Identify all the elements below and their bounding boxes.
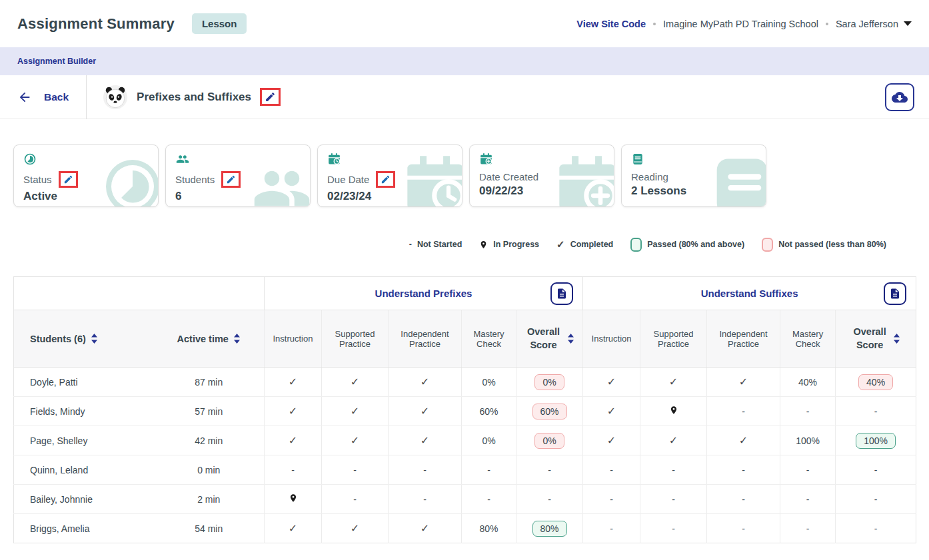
suffixes-independent-practice-cell: - bbox=[707, 397, 780, 426]
group-label: Understand Suffixes bbox=[701, 288, 798, 299]
students-card-label: Students bbox=[175, 174, 215, 185]
not-started-dash: - bbox=[806, 494, 810, 505]
prefixes-supported-practice-cell: ✓ bbox=[322, 426, 389, 455]
suffixes-supported-practice-cell: - bbox=[640, 455, 707, 485]
group-header-corner bbox=[14, 277, 265, 310]
suffixes-independent-practice-cell: ✓ bbox=[707, 368, 780, 397]
overall-score-header-label: Overall Score bbox=[851, 326, 888, 352]
completed-check-icon: ✓ bbox=[607, 406, 616, 417]
not-started-dash: - bbox=[548, 494, 551, 505]
edit-status-button[interactable] bbox=[63, 174, 73, 184]
prefixes-instruction-cell bbox=[265, 485, 322, 514]
sort-active-time-icon[interactable] bbox=[233, 334, 241, 344]
suffixes-instruction-cell: ✓ bbox=[583, 426, 640, 455]
overall-score-badge: 100% bbox=[856, 433, 896, 449]
completed-check-icon: ✓ bbox=[669, 376, 678, 388]
suffixes-instruction-cell: - bbox=[583, 514, 640, 543]
back-button[interactable]: Back bbox=[0, 75, 86, 119]
group-header-row: Understand Prefixes Understand Suffixes bbox=[14, 277, 916, 310]
student-name: Briggs, Amelia bbox=[14, 514, 154, 543]
completed-check-icon: ✓ bbox=[351, 523, 359, 534]
lesson-type-badge: Lesson bbox=[192, 13, 247, 34]
suffixes-instruction-cell: - bbox=[583, 455, 640, 485]
group-label: Understand Prefixes bbox=[375, 288, 472, 299]
prefixes-supported-practice-cell: - bbox=[322, 485, 389, 514]
not-started-dash: - bbox=[806, 406, 810, 417]
breadcrumb-assignment-builder[interactable]: Assignment Builder bbox=[17, 57, 96, 66]
edit-due-date-button[interactable] bbox=[381, 174, 391, 184]
suffixes-instruction-cell: ✓ bbox=[583, 368, 640, 397]
column-header-row: Students (6) Active time Instruction Sup… bbox=[14, 310, 916, 368]
prefixes-report-button[interactable] bbox=[550, 282, 573, 305]
active-time-column-header: Active time bbox=[154, 310, 265, 368]
prefixes-mastery-check-cell: 80% bbox=[462, 514, 516, 543]
students-card-value: 6 bbox=[175, 190, 301, 203]
table-row: Quinn, Leland0 min---------- bbox=[14, 455, 916, 485]
calendar-clock-icon bbox=[327, 152, 341, 166]
due-date-card-label: Due Date bbox=[327, 174, 369, 185]
pencil-icon bbox=[226, 174, 236, 184]
user-menu[interactable]: Sara Jefferson bbox=[836, 19, 912, 29]
download-report-button[interactable] bbox=[885, 83, 914, 111]
prefixes-independent-practice-cell: - bbox=[389, 485, 462, 514]
suffixes-supported-practice-cell: ✓ bbox=[640, 426, 707, 455]
prefixes-instruction-header: Instruction bbox=[265, 310, 322, 368]
table-row: Bailey, Johnnie2 min--------- bbox=[14, 485, 916, 514]
sort-students-icon[interactable] bbox=[91, 334, 98, 344]
prefixes-instruction-cell: ✓ bbox=[265, 426, 322, 455]
active-time: 57 min bbox=[154, 397, 265, 426]
due-date-card-value: 02/23/24 bbox=[327, 190, 453, 203]
table-row: Page, Shelley42 min✓✓✓0%0%✓✓✓100%100% bbox=[14, 426, 916, 455]
completed-check-icon: ✓ bbox=[607, 435, 616, 446]
suffixes-instruction-cell: ✓ bbox=[583, 397, 640, 426]
cell-value: 80% bbox=[479, 523, 498, 534]
table-row: Fields, Mindy57 min✓✓✓60%60%✓--- bbox=[14, 397, 916, 426]
completed-check-icon: ✓ bbox=[421, 376, 429, 388]
edit-students-button[interactable] bbox=[226, 174, 236, 184]
not-started-dash: - bbox=[874, 406, 878, 417]
legend-in-progress: In Progress bbox=[479, 239, 539, 250]
prefixes-mastery-check-cell: - bbox=[462, 485, 516, 514]
cell-value: 100% bbox=[796, 435, 820, 446]
cell-value: 0% bbox=[482, 435, 495, 446]
suffixes-overall-score-header: Overall Score bbox=[836, 310, 916, 368]
pencil-icon bbox=[63, 174, 73, 184]
arrow-left-icon bbox=[17, 90, 32, 105]
students-header-label: Students (6) bbox=[30, 334, 86, 344]
in-progress-pin-icon bbox=[669, 408, 678, 418]
active-time: 42 min bbox=[154, 426, 265, 455]
suffixes-mastery-check-cell: 100% bbox=[780, 426, 836, 455]
not-started-dash: - bbox=[806, 523, 810, 534]
overall-score-badge: 40% bbox=[858, 374, 893, 390]
chevron-down-icon bbox=[904, 21, 912, 26]
not-started-dash: - bbox=[423, 465, 427, 475]
edit-title-button[interactable] bbox=[265, 91, 276, 103]
completed-check-icon: ✓ bbox=[421, 406, 429, 417]
legend-not-started: - Not Started bbox=[409, 240, 463, 249]
prefixes-independent-practice-header: Independent Practice bbox=[389, 310, 462, 368]
pencil-icon bbox=[381, 174, 391, 184]
date-created-card-label: Date Created bbox=[479, 171, 538, 182]
completed-check-icon: ✓ bbox=[289, 523, 297, 534]
not-started-dash: - bbox=[874, 494, 878, 505]
suffixes-report-button[interactable] bbox=[884, 282, 906, 305]
status-clock-icon bbox=[23, 152, 37, 166]
suffixes-mastery-check-cell: - bbox=[780, 397, 836, 426]
suffixes-mastery-check-cell: - bbox=[780, 485, 836, 514]
completed-check-icon: ✓ bbox=[289, 435, 297, 446]
sort-suffixes-overall-icon[interactable] bbox=[893, 334, 900, 344]
sort-prefixes-overall-icon[interactable] bbox=[567, 334, 574, 344]
group-understand-prefixes: Understand Prefixes bbox=[265, 277, 583, 310]
prefixes-mastery-check-cell: 0% bbox=[462, 426, 516, 455]
suffixes-instruction-cell: - bbox=[583, 485, 640, 514]
suffixes-supported-practice-cell: - bbox=[640, 514, 707, 543]
view-site-code-link[interactable]: View Site Code bbox=[576, 19, 646, 29]
prefixes-overall-score-cell: 0% bbox=[516, 426, 583, 455]
page-title: Assignment Summary bbox=[17, 15, 175, 33]
not-started-dash: - bbox=[487, 465, 490, 475]
legend-label: In Progress bbox=[493, 240, 539, 249]
prefixes-mastery-check-header: Mastery Check bbox=[462, 310, 516, 368]
app-header: Assignment Summary Lesson View Site Code… bbox=[0, 0, 929, 47]
not-started-dash: - bbox=[806, 465, 810, 475]
date-created-card: Date Created 09/22/23 bbox=[469, 144, 614, 207]
